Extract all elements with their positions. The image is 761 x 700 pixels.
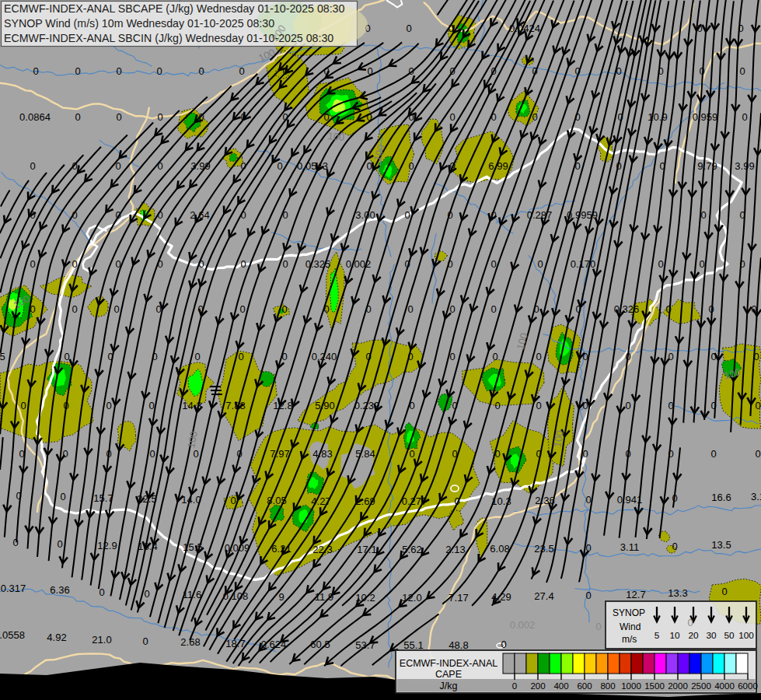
svg-text:55.1: 55.1 xyxy=(403,639,423,651)
svg-text:0: 0 xyxy=(536,448,541,460)
svg-text:0: 0 xyxy=(449,303,455,315)
svg-text:0: 0 xyxy=(193,448,198,460)
svg-text:0: 0 xyxy=(407,351,413,362)
svg-text:0: 0 xyxy=(616,65,621,77)
svg-text:0: 0 xyxy=(367,65,372,77)
svg-text:0: 0 xyxy=(107,351,113,362)
svg-text:3.1: 3.1 xyxy=(751,491,761,502)
svg-text:0: 0 xyxy=(532,111,537,123)
svg-text:0: 0 xyxy=(490,65,496,77)
svg-text:0: 0 xyxy=(62,448,68,460)
svg-text:0: 0 xyxy=(490,111,496,123)
svg-text:0: 0 xyxy=(753,351,759,362)
svg-text:0.624: 0.624 xyxy=(261,639,287,650)
svg-text:0: 0 xyxy=(75,65,80,77)
svg-text:100: 100 xyxy=(738,630,754,641)
svg-text:0: 0 xyxy=(230,495,236,506)
svg-text:0: 0 xyxy=(739,209,745,221)
svg-text:0: 0 xyxy=(494,400,500,411)
svg-text:0: 0 xyxy=(148,400,154,411)
svg-text:8.05: 8.05 xyxy=(267,495,286,506)
svg-text:0: 0 xyxy=(742,111,747,123)
svg-text:0: 0 xyxy=(672,541,677,552)
svg-text:0: 0 xyxy=(574,111,580,123)
svg-text:0: 0 xyxy=(582,448,588,460)
svg-text:0: 0 xyxy=(708,303,714,315)
svg-text:6.08: 6.08 xyxy=(490,543,509,555)
svg-text:50: 50 xyxy=(724,630,735,641)
svg-text:0: 0 xyxy=(700,209,706,221)
svg-text:0: 0 xyxy=(115,258,120,270)
svg-text:10.2: 10.2 xyxy=(355,592,375,604)
svg-text:0: 0 xyxy=(152,351,157,362)
svg-text:0: 0 xyxy=(616,160,621,172)
svg-text:0: 0 xyxy=(710,351,716,362)
svg-text:9: 9 xyxy=(278,591,284,603)
svg-text:0: 0 xyxy=(687,617,693,628)
svg-text:7.97: 7.97 xyxy=(270,448,289,460)
svg-text:0: 0 xyxy=(366,111,372,123)
svg-text:0: 0 xyxy=(404,209,410,221)
svg-text:4.92: 4.92 xyxy=(47,632,66,643)
svg-text:0: 0 xyxy=(575,303,581,315)
svg-text:0: 0 xyxy=(532,65,537,77)
svg-text:0: 0 xyxy=(57,538,62,550)
svg-text:48.8: 48.8 xyxy=(449,639,468,651)
svg-text:0.108: 0.108 xyxy=(223,590,249,602)
svg-text:0: 0 xyxy=(739,258,745,270)
svg-text:0.959: 0.959 xyxy=(693,111,718,123)
svg-text:2.69: 2.69 xyxy=(355,495,375,507)
svg-text:0: 0 xyxy=(64,351,69,362)
svg-text:60.5: 60.5 xyxy=(310,639,330,650)
svg-text:0.325: 0.325 xyxy=(305,258,331,270)
svg-text:7.17: 7.17 xyxy=(449,592,468,604)
svg-text:0: 0 xyxy=(449,65,455,77)
svg-text:0: 0 xyxy=(582,351,588,362)
svg-text:4.83: 4.83 xyxy=(312,448,332,460)
svg-text:0: 0 xyxy=(454,495,459,507)
svg-text:0: 0 xyxy=(490,209,496,221)
svg-text:800: 800 xyxy=(600,681,615,691)
svg-text:0: 0 xyxy=(239,303,245,315)
svg-text:SYNOP: SYNOP xyxy=(613,607,645,618)
svg-text:0: 0 xyxy=(625,351,630,362)
svg-text:12.7: 12.7 xyxy=(626,589,645,600)
svg-text:0: 0 xyxy=(699,258,704,270)
svg-text:0: 0 xyxy=(116,65,121,77)
svg-text:0: 0 xyxy=(595,621,601,632)
svg-text:0: 0 xyxy=(106,448,111,460)
svg-text:0: 0 xyxy=(282,258,288,270)
svg-text:10.3: 10.3 xyxy=(491,495,511,507)
svg-text:100: 100 xyxy=(327,130,345,143)
svg-text:18.7: 18.7 xyxy=(225,638,245,649)
svg-text:22.5: 22.5 xyxy=(137,493,156,505)
svg-text:0: 0 xyxy=(659,160,665,172)
svg-text:0: 0 xyxy=(365,351,371,362)
svg-text:0: 0 xyxy=(574,65,580,77)
svg-text:0: 0 xyxy=(240,111,246,123)
svg-text:ECMWF-INDEX-ANAL: ECMWF-INDEX-ANAL xyxy=(400,658,497,669)
svg-text:0: 0 xyxy=(492,351,497,362)
svg-text:2.36: 2.36 xyxy=(535,495,554,506)
svg-text:15.7: 15.7 xyxy=(93,492,113,504)
svg-text:0: 0 xyxy=(512,681,517,691)
svg-text:23.5: 23.5 xyxy=(534,543,553,555)
svg-text:1000: 1000 xyxy=(621,681,641,691)
svg-text:0: 0 xyxy=(142,635,148,647)
svg-text:13.3: 13.3 xyxy=(668,587,687,599)
svg-text:0: 0 xyxy=(408,65,414,77)
svg-text:0: 0 xyxy=(33,65,38,77)
svg-text:0: 0 xyxy=(710,400,716,411)
svg-text:200: 200 xyxy=(530,681,545,691)
svg-text:0: 0 xyxy=(197,303,203,315)
svg-text:J/kg: J/kg xyxy=(440,681,458,691)
svg-text:0: 0 xyxy=(452,400,457,411)
svg-text:17.1: 17.1 xyxy=(357,544,376,555)
svg-text:0: 0 xyxy=(30,258,35,270)
svg-text:0: 0 xyxy=(282,209,288,221)
svg-text:0: 0 xyxy=(194,351,200,362)
svg-text:0: 0 xyxy=(696,23,702,34)
svg-text:0: 0 xyxy=(533,303,539,315)
svg-text:0: 0 xyxy=(452,448,457,460)
svg-text:0: 0 xyxy=(408,111,414,123)
